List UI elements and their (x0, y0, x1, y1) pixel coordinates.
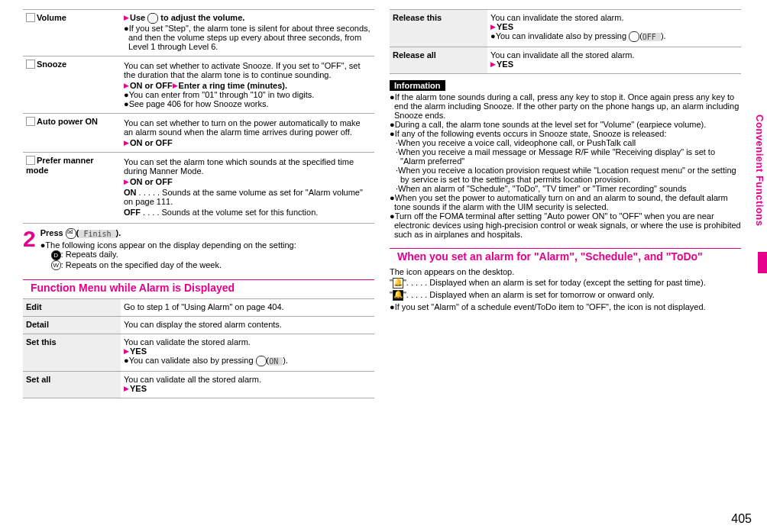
row-text: You can validate all the stored alarm. (124, 375, 261, 384)
row-text: YES (497, 22, 513, 31)
nav-key-icon (147, 13, 158, 24)
row-text: You can validate the stored alarm. (124, 337, 251, 347)
checkbox-icon (26, 13, 35, 22)
function-menu-header: Function Menu while Alarm is Displayed (23, 279, 374, 294)
row-label: Snooze (37, 60, 66, 69)
repeat-weekly-icon: W (51, 260, 61, 270)
info-bullet: When you set the power to automatically … (394, 193, 728, 211)
checkbox-icon (26, 156, 35, 165)
row-label: Set all (26, 375, 50, 384)
when-set-line: The icon appears on the desktop. (390, 267, 514, 276)
function-menu-table-right: Release this You can invalidate the stor… (390, 9, 741, 74)
row-label: Volume (37, 13, 66, 22)
row-text: You can display the stored alarm content… (124, 320, 282, 329)
page-number: 405 (731, 512, 752, 526)
alarm-today-icon (393, 278, 403, 289)
row-text: ON or OFF (130, 81, 173, 90)
row-label: Set this (26, 337, 57, 347)
row-text: If you set "Step", the alarm tone is sil… (128, 24, 371, 51)
table-row: Set this You can validate the stored ala… (23, 334, 374, 372)
checkbox-icon (26, 60, 35, 69)
row-text: You can enter from "01" through "10" in … (129, 90, 315, 99)
row-label: Detail (26, 320, 49, 329)
row-text: YES (497, 60, 513, 69)
function-menu-table: Edit Go to step 1 of "Using Alarm" on pa… (23, 298, 374, 398)
row-label: Release this (393, 13, 442, 22)
step-note: The following icons appear on the displa… (45, 240, 296, 250)
paren-close: ). (661, 31, 666, 40)
step-2: 2 Press (Finish). ●The following icons a… (23, 228, 374, 270)
row-label: Prefer manner mode (26, 156, 94, 175)
row-label: Edit (26, 302, 42, 311)
row-text: See page 406 for how Snooze works. (129, 99, 269, 108)
table-row: Prefer manner mode You can set the alarm… (23, 153, 374, 224)
row-text: ON or OFF (130, 177, 173, 186)
row-text: You can invalidate all the stored alarm. (490, 50, 635, 60)
table-row: Volume ▶Use to adjust the volume. ●If yo… (23, 10, 374, 56)
information-label: Information (390, 80, 445, 91)
row-text: You can set the alarm tone which sounds … (124, 157, 354, 176)
section-title: Function Menu while Alarm is Displayed (23, 282, 374, 294)
soft-key-label: ON (269, 357, 283, 366)
info-bullet: If any of the following events occurs in… (395, 129, 667, 138)
row-label: Release all (393, 50, 436, 60)
step-number: 2 (23, 228, 36, 250)
step-lead: Press (40, 228, 66, 237)
soft-key-label: Finish (79, 230, 115, 238)
info-subbullet: When an alarm of "Schedule", "ToDo", "TV… (398, 184, 686, 193)
row-tail: . . . . . Sounds at the same volume as s… (124, 188, 363, 206)
row-text: OFF (124, 208, 141, 217)
info-bullet: If the alarm tone sounds during a call, … (394, 92, 739, 120)
row-text: You can validate also by pressing (129, 356, 256, 365)
row-text: ON or OFF (130, 138, 173, 147)
info-subbullet: When you receive a mail message or Messa… (398, 147, 715, 166)
info-bullet: Turn off the FOMA terminal after setting… (394, 211, 741, 239)
repeat-daily-icon: D (51, 250, 61, 260)
table-row: Auto power ON You can set whether to tur… (23, 114, 374, 153)
step-tail: ). (116, 228, 121, 237)
row-text: You can invalidate also by pressing (496, 31, 629, 40)
when-set-header: When you set an alarm for "Alarm", "Sche… (390, 248, 741, 263)
center-key-icon (256, 356, 267, 366)
table-row: Release this You can invalidate the stor… (390, 10, 741, 47)
side-tab-marker (758, 252, 767, 273)
icon-desc-d: : Repeats daily. (61, 250, 118, 259)
row-text: Use (130, 13, 147, 22)
checkbox-icon (26, 117, 35, 126)
when-set-bullet: If you set "Alarm" of a schedule event/T… (395, 302, 706, 311)
info-subbullet: When you receive a location provision re… (398, 166, 736, 184)
settings-table-left: Volume ▶Use to adjust the volume. ●If yo… (23, 9, 374, 224)
info-bullet: During a call, the alarm tone sounds at … (395, 120, 707, 129)
center-key-icon (629, 31, 639, 42)
row-label: Auto power ON (37, 117, 98, 126)
table-row: Snooze You can set whether to activate S… (23, 56, 374, 114)
info-subbullet: When you receive a voice call, videophon… (398, 138, 636, 147)
right-column: Release this You can invalidate the stor… (390, 9, 741, 398)
mail-key-icon (66, 228, 76, 239)
left-column: Volume ▶Use to adjust the volume. ●If yo… (23, 9, 374, 398)
soft-key-label: OFF (642, 33, 661, 41)
table-row: Edit Go to step 1 of "Using Alarm" on pa… (23, 299, 374, 317)
table-row: Detail You can display the stored alarm … (23, 317, 374, 334)
row-text2: Enter a ring time (minutes). (179, 81, 287, 90)
row-text: You can set whether to activate Snooze. … (124, 61, 360, 79)
side-tab-label: Convenient Functions (754, 114, 765, 244)
side-tab: Convenient Functions (750, 114, 767, 313)
row-text: ON (124, 188, 137, 197)
paren-close: ). (283, 356, 288, 365)
table-row: Release all You can invalidate all the s… (390, 47, 741, 74)
row-text: YES (130, 384, 147, 393)
row-tail: to adjust the volume. (158, 13, 244, 22)
row-text: YES (130, 347, 147, 356)
table-row: Set all You can validate all the stored … (23, 372, 374, 398)
icon-desc-w: : Repeats on the specified day of the we… (61, 260, 222, 269)
row-text: Go to step 1 of "Using Alarm" on page 40… (124, 302, 284, 311)
row-text: You can invalidate the stored alarm. (490, 13, 623, 22)
row-tail: . . . . Sounds at the volume set for thi… (141, 208, 318, 217)
row-text: You can set whether to turn on the power… (124, 118, 361, 137)
section-title: When you set an alarm for "Alarm", "Sche… (390, 250, 741, 263)
alarm-future-icon (393, 290, 403, 301)
